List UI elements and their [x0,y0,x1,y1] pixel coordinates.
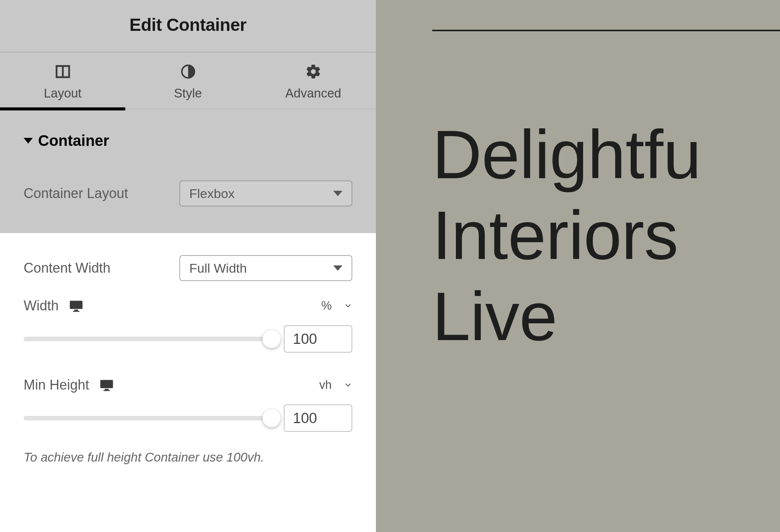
tab-advanced[interactable]: Advanced [251,53,376,109]
width-label: Width [24,298,59,314]
min-height-slider-thumb[interactable] [262,409,281,427]
min-height-unit[interactable]: vh [319,378,332,392]
desktop-icon[interactable] [99,377,114,393]
canvas-preview: Delightfu Interiors Live [376,0,780,532]
section-container-toggle[interactable]: Container [0,109,376,165]
columns-icon [54,63,71,80]
control-min-height-header: Min Height vh [0,353,376,393]
tab-style-label: Style [174,86,202,100]
control-width-header: Width % [0,281,376,314]
tabs: Layout Style Advanced [0,53,376,109]
contrast-icon [180,63,197,80]
chevron-down-icon[interactable] [344,302,352,310]
desktop-icon[interactable] [69,298,84,313]
min-height-slider-row [0,393,376,432]
tab-layout[interactable]: Layout [0,53,125,109]
svg-rect-5 [73,311,80,312]
svg-rect-4 [74,310,78,311]
section-title: Container [38,132,109,149]
width-slider-row [0,314,376,353]
chevron-down-icon [24,138,33,144]
content-width-select[interactable]: Full Width [179,255,352,281]
tab-style[interactable]: Style [125,53,251,109]
chevron-down-icon[interactable] [344,381,352,389]
width-unit[interactable]: % [321,299,332,313]
min-height-input[interactable] [284,404,352,432]
control-content-width: Content Width Full Width [0,233,376,281]
min-height-label: Min Height [24,377,89,393]
svg-rect-7 [105,389,109,390]
min-height-slider[interactable] [24,416,273,420]
gear-icon [305,63,322,80]
container-layout-select[interactable]: Flexbox [179,181,352,206]
panel-header: Edit Container [0,0,376,53]
width-input[interactable] [284,325,352,353]
panel-title: Edit Container [0,14,376,35]
container-layout-value: Flexbox [189,186,235,201]
chevron-down-icon [333,191,342,196]
content-width-value: Full Width [189,261,247,276]
min-height-hint: To achieve full height Container use 100… [0,432,376,476]
svg-rect-3 [70,301,82,309]
editor-panel: Edit Container Layout Style Advanced [0,0,376,532]
control-container-layout: Container Layout Flexbox [0,165,376,233]
preview-heading: Delightfu Interiors Live [432,114,780,357]
width-slider-thumb[interactable] [262,330,281,348]
divider-line [432,30,780,31]
svg-rect-8 [104,390,110,391]
content-width-label: Content Width [24,260,110,276]
container-layout-label: Container Layout [24,185,128,201]
width-slider[interactable] [24,337,273,341]
panel-top-dimmed: Edit Container Layout Style Advanced [0,0,376,233]
chevron-down-icon [333,265,342,271]
tab-advanced-label: Advanced [285,86,341,100]
svg-rect-6 [100,380,113,388]
tab-layout-label: Layout [44,86,82,100]
